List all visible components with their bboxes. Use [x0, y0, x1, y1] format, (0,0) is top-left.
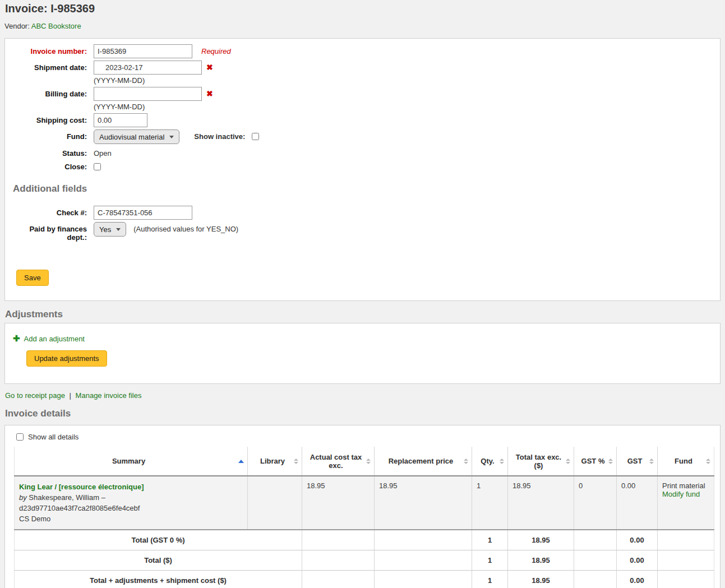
sort-icon	[566, 459, 570, 464]
table-header-row: Summary Library Actual cost tax exc. Rep…	[15, 447, 714, 476]
summary-cell: King Lear / [ressource électronique] by …	[15, 476, 248, 530]
invoice-details-table: Summary Library Actual cost tax exc. Rep…	[14, 447, 714, 588]
links-separator: |	[70, 391, 71, 400]
fund-row: Fund: Audiovisual material Show inactive…	[13, 129, 712, 144]
show-all-details-label: Show all details	[28, 433, 78, 441]
vendor-line: Vendor: ABC Bookstore	[4, 22, 721, 30]
plus-icon: ✚	[13, 334, 20, 344]
paid-by-note: (Authorised values for YES_NO)	[133, 222, 238, 233]
check-number-label: Check #:	[13, 206, 87, 217]
shipping-cost-row: Shipping cost:	[13, 113, 712, 127]
invoice-form: Invoice number: Required Shipment date: …	[4, 38, 721, 301]
order-title-link[interactable]: King Lear / [ressource électronique]	[19, 483, 144, 491]
invoice-details-heading: Invoice details	[5, 408, 721, 419]
billing-date-format-hint: (YYYY-MM-DD)	[94, 103, 213, 111]
shipping-cost-label: Shipping cost:	[13, 113, 87, 124]
modify-fund-link[interactable]: Modify fund	[662, 490, 700, 498]
column-header-actual-cost[interactable]: Actual cost tax exc.	[302, 447, 375, 476]
total-qty: 1	[472, 530, 508, 550]
invoice-details-box: Show all details Summary Library	[4, 425, 721, 588]
qty-cell: 1	[472, 476, 508, 530]
paid-by-selected-value: Yes	[99, 225, 111, 234]
adjustments-box: ✚ Add an adjustment Update adjustments	[4, 323, 721, 384]
total-gst-row: Total (GST 0 %) 1 18.95 0.00	[15, 530, 714, 550]
actual-cost-cell: 18.95	[302, 476, 375, 530]
fund-selected-value: Audiovisual material	[99, 133, 164, 141]
total-tax-exc-cell: 18.95	[508, 476, 574, 530]
show-all-details-checkbox[interactable]	[16, 433, 24, 441]
sort-icon	[500, 459, 504, 464]
paid-by-label: Paid by finances dept.:	[13, 222, 87, 242]
show-inactive-checkbox[interactable]	[252, 133, 259, 140]
total-row: Total ($) 1 18.95 0.00	[15, 550, 714, 571]
close-checkbox[interactable]	[94, 163, 101, 170]
update-adjustments-button[interactable]: Update adjustments	[26, 350, 107, 367]
close-label: Close:	[13, 160, 87, 171]
shipment-date-input[interactable]	[94, 61, 202, 75]
billing-date-label: Billing date:	[13, 87, 87, 98]
add-adjustment-link[interactable]: Add an adjustment	[24, 335, 85, 343]
replacement-price-cell: 18.95	[375, 476, 472, 530]
manage-invoice-files-link[interactable]: Manage invoice files	[76, 391, 142, 400]
column-header-library[interactable]: Library	[248, 447, 302, 476]
sort-icon	[294, 459, 298, 464]
fund-value: Print material	[662, 481, 709, 490]
total-qty: 1	[472, 550, 508, 571]
add-adjustment-line: ✚ Add an adjustment	[13, 334, 712, 344]
sort-icon	[649, 459, 654, 464]
clear-shipment-date-icon[interactable]: ✖	[206, 61, 213, 75]
invoice-number-input[interactable]	[94, 44, 192, 58]
check-number-row: Check #:	[13, 206, 712, 220]
billing-date-input[interactable]	[94, 87, 202, 101]
sort-icon	[608, 459, 613, 464]
paid-by-row: Paid by finances dept.: Yes (Authorised …	[13, 222, 712, 242]
chevron-down-icon	[169, 136, 174, 138]
library-name: CS Demo	[19, 513, 243, 524]
column-header-total-tax-exc[interactable]: Total tax exc. ($)	[508, 447, 574, 476]
status-value: Open	[94, 146, 112, 158]
column-header-gst[interactable]: GST	[617, 447, 658, 476]
page-title: Invoice: I-985369	[5, 2, 721, 15]
total-gst: 0.00	[617, 530, 658, 550]
column-header-fund[interactable]: Fund	[658, 447, 714, 476]
show-all-details-toggle[interactable]: Show all details	[14, 433, 711, 441]
paid-by-select[interactable]: Yes	[94, 222, 126, 237]
vendor-link[interactable]: ABC Bookstore	[31, 22, 81, 30]
go-to-receipt-link[interactable]: Go to receipt page	[5, 391, 65, 400]
sort-ascending-icon	[238, 460, 244, 463]
column-header-gst-pct[interactable]: GST %	[574, 447, 617, 476]
additional-fields-heading: Additional fields	[13, 183, 712, 195]
total-amount: 18.95	[508, 550, 574, 571]
check-number-input[interactable]	[94, 206, 192, 220]
column-header-qty[interactable]: Qty.	[472, 447, 508, 476]
total-label: Total + adjustments + shipment cost ($)	[15, 571, 302, 588]
total-gst: 0.00	[617, 550, 658, 571]
library-cell	[248, 476, 302, 530]
show-inactive-label: Show inactive:	[194, 129, 245, 141]
total-label: Total (GST 0 %)	[15, 530, 302, 550]
column-header-replacement-price[interactable]: Replacement price	[375, 447, 472, 476]
invoice-links-line: Go to receipt page | Manage invoice file…	[5, 391, 721, 400]
table-row: King Lear / [ressource électronique] by …	[15, 476, 714, 530]
shipping-cost-input[interactable]	[94, 113, 147, 127]
chevron-down-icon	[116, 228, 121, 231]
invoice-number-label: Invoice number:	[13, 44, 87, 55]
clear-billing-date-icon[interactable]: ✖	[206, 87, 213, 101]
column-header-summary[interactable]: Summary	[15, 447, 248, 476]
vendor-label: Vendor:	[4, 22, 30, 30]
total-label: Total ($)	[15, 550, 302, 571]
fund-cell: Print material Modify fund	[658, 476, 714, 530]
required-note: Required	[201, 44, 231, 55]
save-button[interactable]: Save	[16, 270, 49, 286]
status-row: Status: Open	[13, 146, 712, 158]
sort-icon	[464, 459, 468, 464]
status-label: Status:	[13, 146, 87, 158]
shipment-date-label: Shipment date:	[13, 61, 87, 72]
adjustments-heading: Adjustments	[5, 309, 721, 320]
grand-total-row: Total + adjustments + shipment cost ($) …	[15, 571, 714, 588]
billing-date-row: Billing date: ✖ (YYYY-MM-DD)	[13, 87, 712, 111]
total-gst: 0.00	[617, 571, 658, 588]
sort-icon	[366, 459, 371, 464]
fund-select[interactable]: Audiovisual material	[94, 129, 179, 144]
gst-pct-cell: 0	[574, 476, 617, 530]
